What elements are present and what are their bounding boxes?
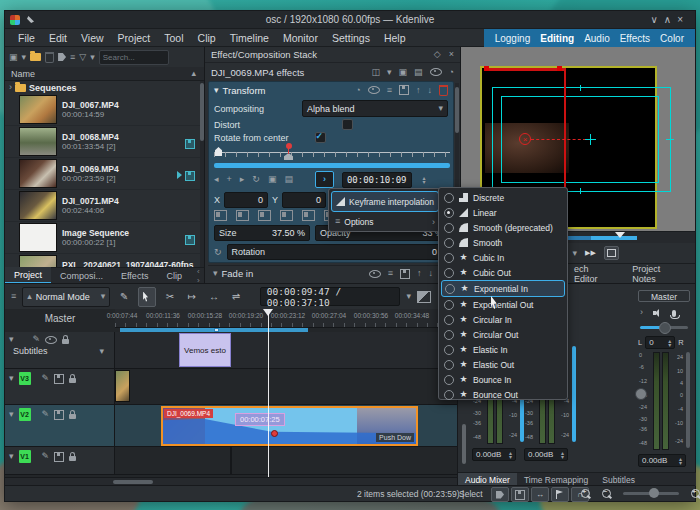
menu-item-smooth-deprecated[interactable]: Smooth (deprecated) — [441, 220, 565, 235]
menu-help[interactable]: Help — [377, 32, 413, 44]
move-effect-up-icon[interactable]: ↑ — [417, 269, 422, 278]
razor-tool-button[interactable]: ✂ — [162, 288, 178, 306]
maximize-button[interactable]: ∧ — [664, 14, 677, 25]
size-slider[interactable]: Size 37.50 % — [214, 225, 310, 241]
bin-item[interactable]: Image Sequence 00:00:00:22 [1] — [5, 222, 201, 254]
track-badge[interactable]: V2 — [19, 408, 31, 421]
collapse-mixer-icon[interactable]: › — [640, 308, 643, 317]
zoom-out-icon[interactable]: − — [602, 489, 611, 498]
subtitle-clip[interactable]: Vemos esto — [179, 333, 231, 367]
expand-icon[interactable]: › — [9, 83, 12, 92]
align-center-h-icon[interactable] — [236, 210, 249, 221]
timeline-ruler[interactable]: 0:00:07:44 00:00:11:36 00:00:15:28 00:00… — [115, 309, 457, 328]
menu-item-smooth[interactable]: Smooth — [441, 235, 565, 250]
bin-item[interactable]: DJI_0067.MP4 00:00:14:59 — [5, 94, 201, 126]
next-keyframe-icon[interactable]: ▸ — [240, 175, 245, 184]
effects-dropdown-icon[interactable]: ▾ — [387, 68, 392, 77]
tab-effects[interactable]: Effects — [112, 268, 157, 283]
menu-timeline[interactable]: Timeline — [223, 32, 276, 44]
lock-track-icon[interactable] — [69, 456, 76, 461]
menu-item-circular-in[interactable]: ★ Circular In — [441, 312, 565, 327]
workspace-editing[interactable]: Editing — [535, 33, 579, 44]
menu-item-elastic-in[interactable]: ★ Elastic In — [441, 342, 565, 357]
bin-item[interactable]: DJI_0069.MP4 00:00:23:59 [2] — [5, 158, 201, 190]
menu-edit[interactable]: Edit — [42, 32, 74, 44]
mix-tool-button[interactable]: ⇌ — [228, 288, 244, 306]
float-panel-icon[interactable]: ◇ — [434, 50, 441, 59]
thumbnails-toggle-button[interactable] — [511, 487, 529, 502]
menu-item-bounce-in[interactable]: ★ Bounce In — [441, 372, 565, 387]
add-keyframe-icon[interactable]: + — [227, 175, 232, 184]
align-left-icon[interactable] — [214, 210, 227, 221]
timeline-settings-icon[interactable]: ≡ — [11, 292, 16, 301]
subtitle-dropdown-icon[interactable]: ▾ — [99, 347, 104, 356]
forward-button[interactable]: ▶▶ — [585, 249, 596, 257]
bin-folder-sequences[interactable]: › Sequences — [5, 81, 201, 94]
selected-keyframe-dot[interactable] — [271, 430, 278, 437]
selection-tool-button[interactable] — [138, 287, 156, 307]
effect-presets-icon[interactable]: ≡ — [387, 86, 392, 95]
track-effects-icon[interactable]: ✎ — [42, 452, 50, 461]
balance-spinbox[interactable]: 0 ▴▾ — [645, 336, 675, 349]
fit-zoom-button[interactable]: ↔ — [206, 288, 222, 306]
minimize-button[interactable]: ∨ — [651, 14, 664, 25]
keyframe-zoom-bar[interactable] — [214, 163, 450, 168]
tab-compositions[interactable]: Composi... — [51, 268, 112, 283]
menu-file[interactable]: File — [11, 32, 42, 44]
menu-item-exponential-out[interactable]: ★ Exponential Out — [441, 297, 565, 312]
track-effects-icon[interactable]: ✎ — [42, 374, 50, 383]
menu-item-circular-out[interactable]: ★ Circular Out — [441, 327, 565, 342]
spin-down-icon[interactable]: ▾ — [423, 180, 426, 184]
bin-scrollbar[interactable] — [200, 81, 204, 267]
delete-effect-icon[interactable] — [439, 85, 448, 96]
previous-keyframe-icon[interactable]: ◂ — [214, 175, 219, 184]
mute-icon[interactable] — [653, 309, 662, 317]
filter-icon[interactable]: ▽ — [79, 53, 86, 62]
split-view-icon[interactable] — [417, 291, 431, 303]
bin-column-header[interactable]: Name ▴ — [5, 67, 204, 81]
view-menu-icon[interactable]: ≡ — [70, 53, 75, 62]
tag-toggle-button[interactable] — [491, 487, 509, 502]
master-track-label[interactable]: Master — [5, 309, 115, 328]
effect-enable-icon[interactable] — [369, 270, 381, 278]
add-clip-button[interactable]: ▣ — [9, 53, 18, 62]
align-top-icon[interactable] — [280, 210, 293, 221]
title-bar[interactable]: osc / 1920x1080 60.00fps — Kdenlive ∨∧× — [5, 11, 695, 29]
timeline-h-scrollbar[interactable] — [5, 477, 457, 485]
menu-monitor[interactable]: Monitor — [276, 32, 325, 44]
menu-tool[interactable]: Tool — [157, 32, 190, 44]
fade-in-effect[interactable]: ▾ Fade in ≡ ↑ ↓ — [208, 265, 454, 281]
transform-handle[interactable] — [484, 66, 489, 71]
track-thumbs-icon[interactable] — [54, 374, 64, 384]
bin-item[interactable]: PXL_20240621_190740447-60fps 00:00:12:34 — [5, 254, 201, 267]
align-right-icon[interactable] — [258, 210, 271, 221]
v3-track-header[interactable]: ▾ V3 ✎ — [5, 369, 115, 405]
timeline-playhead[interactable] — [268, 314, 269, 477]
copy-effects-icon[interactable]: ▣ — [399, 68, 408, 77]
keyframe-timecode[interactable]: 00:00:10:09 — [342, 172, 412, 188]
keyframe-marker-start[interactable] — [215, 147, 222, 156]
menu-item-cubic-in[interactable]: ★ Cubic In — [441, 250, 565, 265]
create-folder-button[interactable] — [30, 53, 41, 61]
zone-mode-button[interactable] — [604, 246, 619, 260]
distort-checkbox[interactable] — [342, 119, 353, 130]
transform-handle[interactable] — [557, 66, 562, 71]
compositing-dropdown[interactable]: Alpha blend ▾ — [302, 100, 448, 117]
track-thumbs-icon[interactable] — [54, 410, 64, 420]
effect-presets-icon[interactable]: ≡ — [388, 269, 393, 278]
menu-item-linear[interactable]: Linear — [441, 205, 565, 220]
menu-item-elastic-out[interactable]: ★ Elastic Out — [441, 357, 565, 372]
effect-enable-icon[interactable] — [368, 86, 380, 94]
workspace-logging[interactable]: Logging — [490, 33, 536, 44]
volume-slider[interactable] — [572, 346, 576, 442]
rotation-slider[interactable]: Rotation 0 ° — [227, 244, 448, 260]
v1-track-header[interactable]: ▾ V1 ✎ — [5, 447, 115, 475]
show-effects-icon[interactable] — [430, 68, 442, 76]
tab-clip-properties[interactable]: Clip Pro... — [157, 268, 197, 283]
collapse-track-icon[interactable]: ▾ — [9, 452, 14, 461]
tab-project-notes[interactable]: Project Notes — [623, 264, 695, 284]
move-effect-down-icon[interactable]: ↓ — [428, 86, 433, 95]
menu-item-options[interactable]: ≡ Options › — [331, 212, 439, 231]
align-center-v-icon[interactable] — [302, 210, 315, 221]
zoom-fit-icon[interactable]: + — [581, 489, 590, 498]
